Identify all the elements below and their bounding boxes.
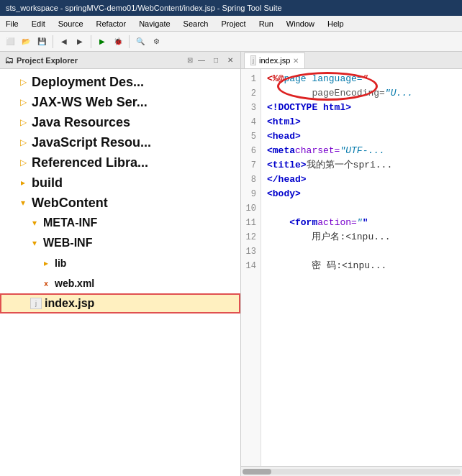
title-bar: sts_workspace - springMVC-demo01/WebCont… [0, 0, 462, 16]
code-line-1: <%@ page language=" [267, 72, 456, 86]
folder-icon: ▷ [17, 96, 29, 108]
tree-item-webcontent[interactable]: ▾ WebContent [0, 193, 240, 213]
panel-title: Project Explorer [17, 56, 184, 65]
tab-jsp-icon: j [250, 55, 256, 65]
tree-item-label: WebContent [32, 196, 108, 211]
code-line-4: <html> [267, 115, 456, 129]
code-line-9: <body> [267, 187, 456, 201]
folder-open-icon: ▸ [17, 177, 29, 188]
scrollbar-track [243, 469, 461, 475]
line-numbers: 1 2 3 4 5 6 7 8 9 10 11 12 13 14 [241, 69, 261, 466]
tree-item-web-inf[interactable]: ▾ WEB-INF [0, 233, 240, 253]
tab-close-icon[interactable]: ✕ [293, 57, 299, 65]
folder-icon: ▷ [17, 137, 29, 148]
xml-icon: x [40, 278, 52, 289]
toolbar-sep1 [53, 35, 53, 48]
folder-open-icon: ▾ [29, 237, 40, 249]
main-layout: 🗂 Project Explorer ⊠ — □ ✕ ▷ Deployment … [0, 52, 462, 476]
toolbar-sep3 [129, 35, 130, 48]
panel-maximize-btn[interactable]: □ [210, 55, 222, 66]
title-text: sts_workspace - springMVC-demo01/WebCont… [6, 4, 282, 12]
toolbar-sep2 [91, 35, 91, 48]
tree-item-label: JavaScript Resou... [32, 135, 151, 150]
tree-item-label: JAX-WS Web Ser... [32, 95, 148, 110]
panel-header: 🗂 Project Explorer ⊠ — □ ✕ [0, 52, 240, 69]
menu-file[interactable]: File [3, 18, 22, 29]
tree-item-label: Deployment Des... [32, 75, 144, 90]
panel-close-icon: ⊠ [187, 56, 193, 64]
code-lines: <%@ page language=" pageEncoding="U... <… [261, 69, 462, 466]
code-line-14: 密 码:<inpu... [267, 259, 456, 273]
menu-refactor[interactable]: Refactor [94, 18, 130, 29]
folder-icon: ▷ [17, 157, 29, 168]
folder-icon: ▷ [17, 116, 29, 128]
tree-item-web-xml[interactable]: x web.xml [0, 273, 240, 293]
toolbar-search-btn[interactable]: 🔍 [133, 35, 148, 49]
right-panel: j index.jsp ✕ 1 2 3 4 5 6 7 8 9 10 [241, 52, 462, 476]
menu-window[interactable]: Window [284, 18, 317, 29]
menu-edit[interactable]: Edit [29, 18, 48, 29]
toolbar-open-btn[interactable]: 📂 [19, 35, 33, 49]
toolbar-run-btn[interactable]: ▶ [95, 35, 109, 49]
tree-item-build[interactable]: ▸ build [0, 173, 240, 193]
panel-close-btn[interactable]: ✕ [225, 55, 236, 66]
folder-icon: ▷ [17, 76, 29, 88]
code-line-2: pageEncoding="U... [267, 86, 456, 101]
tree-item-label: Referenced Libra... [32, 155, 148, 170]
tree-item-label: Java Resources [32, 115, 130, 130]
tree-item-jaxws[interactable]: ▷ JAX-WS Web Ser... [0, 92, 240, 112]
toolbar-settings-btn[interactable]: ⚙ [149, 35, 163, 49]
code-line-13 [267, 244, 456, 259]
tree-item-label: lib [55, 257, 66, 269]
tree-item-lib[interactable]: ▸ lib [0, 253, 240, 273]
toolbar-fwd-btn[interactable]: ▶ [73, 35, 87, 49]
menu-run[interactable]: Run [256, 18, 276, 29]
code-line-11: <form action="" [267, 216, 456, 230]
horizontal-scrollbar[interactable] [241, 466, 462, 476]
code-editor[interactable]: 1 2 3 4 5 6 7 8 9 10 11 12 13 14 [241, 69, 462, 476]
editor-tab-index-jsp[interactable]: j index.jsp ✕ [244, 52, 305, 68]
tree-item-index-jsp[interactable]: j index.jsp [0, 293, 240, 313]
menu-source[interactable]: Source [55, 18, 86, 29]
code-line-10 [267, 201, 456, 216]
folder-open-icon: ▾ [17, 197, 29, 209]
folder-open-icon: ▸ [40, 257, 52, 269]
menu-bar: File Edit Source Refactor Navigate Searc… [0, 16, 462, 32]
code-line-7: <title>我的第一个spri... [267, 158, 456, 173]
tree-item-label: META-INF [43, 216, 97, 229]
tree-item-js-resources[interactable]: ▷ JavaScript Resou... [0, 132, 240, 152]
jsp-icon: j [30, 298, 42, 309]
menu-help[interactable]: Help [325, 18, 347, 29]
tree-item-label: index.jsp [45, 297, 94, 310]
tree-item-java-resources[interactable]: ▷ Java Resources [0, 112, 240, 132]
code-line-6: <meta charset="UTF-... [267, 144, 456, 158]
project-tree: ▷ Deployment Des... ▷ JAX-WS Web Ser... … [0, 69, 240, 476]
menu-search[interactable]: Search [181, 18, 212, 29]
menu-navigate[interactable]: Navigate [136, 18, 173, 29]
code-line-3: <!DOCTYPE html> [267, 101, 456, 115]
tree-item-label: WEB-INF [43, 237, 92, 250]
panel-minimize-btn[interactable]: — [196, 55, 207, 66]
editor-tab-bar: j index.jsp ✕ [241, 52, 462, 69]
toolbar: ⬜ 📂 💾 ◀ ▶ ▶ 🐞 🔍 ⚙ [0, 32, 462, 52]
toolbar-save-btn[interactable]: 💾 [35, 35, 49, 49]
scrollbar-thumb[interactable] [243, 469, 271, 475]
tree-item-ref-libs[interactable]: ▷ Referenced Libra... [0, 152, 240, 173]
folder-open-icon: ▾ [29, 217, 40, 229]
code-line-8: </head> [267, 173, 456, 187]
tree-item-deployment[interactable]: ▷ Deployment Des... [0, 72, 240, 92]
tree-item-label: build [32, 175, 63, 191]
tree-item-meta-inf[interactable]: ▾ META-INF [0, 213, 240, 233]
tree-item-label: web.xml [55, 278, 94, 289]
toolbar-new-btn[interactable]: ⬜ [3, 35, 17, 49]
toolbar-back-btn[interactable]: ◀ [57, 35, 71, 49]
panel-icon: 🗂 [4, 55, 14, 65]
code-line-12: 用户名:<inpu... [267, 230, 456, 244]
tab-label: index.jsp [259, 56, 290, 65]
toolbar-debug-btn[interactable]: 🐞 [111, 35, 125, 49]
menu-project[interactable]: Project [218, 18, 248, 29]
left-panel: 🗂 Project Explorer ⊠ — □ ✕ ▷ Deployment … [0, 52, 241, 476]
code-line-5: <head> [267, 129, 456, 144]
